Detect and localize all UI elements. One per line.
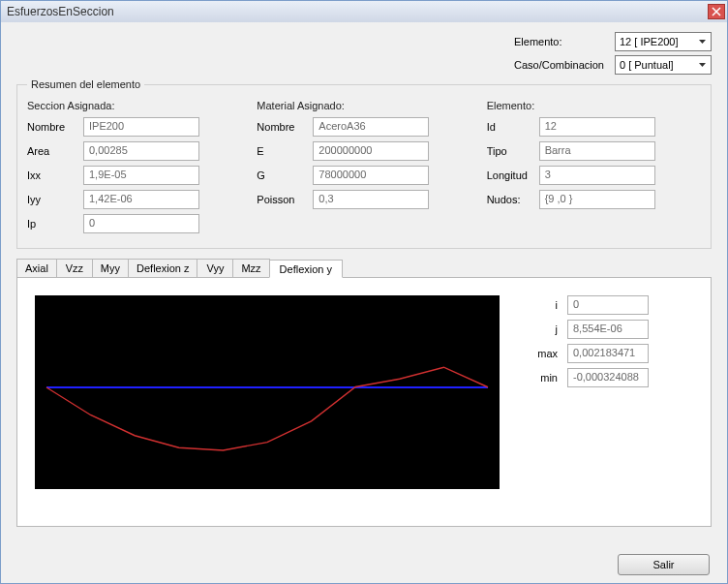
- caso-combo-value: 0 [ Puntual]: [620, 59, 696, 71]
- seccion-ip-label: Ip: [27, 218, 83, 230]
- tab-vzz[interactable]: Vzz: [56, 259, 93, 277]
- tab-axial[interactable]: Axial: [16, 259, 57, 277]
- result-max-label: max: [529, 348, 558, 359]
- tab-myy[interactable]: Myy: [92, 259, 129, 277]
- tab-deflexion-y[interactable]: Deflexion y: [269, 260, 343, 278]
- caso-combo[interactable]: 0 [ Puntual]: [615, 55, 712, 75]
- elemento-combo-value: 12 [ IPE200]: [620, 36, 696, 47]
- tab-panel: i0 j8,554E-06 max0,002183471 min-0,00032…: [16, 277, 712, 527]
- resumen-fieldset: Resumen del elemento Seccion Asignada: N…: [16, 78, 712, 249]
- results-side: i0 j8,554E-06 max0,002183471 min-0,00032…: [529, 295, 693, 508]
- elemento-label: Elemento:: [514, 36, 607, 47]
- seccion-ip-field[interactable]: 0: [83, 214, 199, 233]
- elemento-longitud-field[interactable]: 3: [539, 166, 655, 185]
- material-g-label: G: [257, 169, 313, 181]
- chevron-down-icon: [696, 57, 709, 73]
- caso-label: Caso/Combinacion: [514, 59, 607, 71]
- result-j-label: j: [529, 323, 558, 335]
- material-poisson-label: Poisson: [257, 194, 313, 205]
- elemento-col: Elemento: Id12 TipoBarra Longitud3 Nudos…: [487, 96, 701, 238]
- result-max-field[interactable]: 0,002183471: [567, 344, 649, 363]
- seccion-nombre-field[interactable]: IPE200: [83, 117, 199, 137]
- material-e-field[interactable]: 200000000: [313, 141, 429, 161]
- material-title: Material Asignado:: [257, 100, 470, 111]
- result-min-label: min: [529, 372, 558, 384]
- close-icon: [712, 7, 721, 16]
- tab-strip: Axial Vzz Myy Deflexion z Vyy Mzz Deflex…: [16, 259, 712, 277]
- content: Elemento: 12 [ IPE200] Caso/Combinacion …: [1, 22, 727, 546]
- elemento-combo[interactable]: 12 [ IPE200]: [615, 32, 712, 51]
- material-nombre-label: Nombre: [257, 121, 313, 133]
- close-button[interactable]: [708, 4, 725, 19]
- seccion-col: Seccion Asignada: NombreIPE200 Area0,002…: [27, 96, 241, 238]
- seccion-iyy-label: Iyy: [27, 194, 83, 205]
- window-title: EsfuerzosEnSeccion: [7, 5, 708, 18]
- seccion-iyy-field[interactable]: 1,42E-06: [83, 190, 199, 209]
- footer: Salir: [1, 546, 727, 583]
- salir-button[interactable]: Salir: [618, 554, 710, 575]
- material-col: Material Asignado: NombreAceroA36 E20000…: [257, 96, 470, 238]
- seccion-area-label: Area: [27, 145, 83, 157]
- seccion-title: Seccion Asignada:: [27, 100, 241, 111]
- elemento-id-field[interactable]: 12: [539, 117, 655, 137]
- result-i-field[interactable]: 0: [567, 295, 649, 315]
- seccion-ixx-field[interactable]: 1,9E-05: [83, 166, 199, 185]
- result-min-field[interactable]: -0,000324088: [567, 368, 649, 387]
- tab-vyy[interactable]: Vyy: [197, 259, 233, 277]
- elemento-tipo-label: Tipo: [487, 145, 539, 157]
- result-i-label: i: [529, 299, 558, 311]
- material-g-field[interactable]: 78000000: [313, 166, 429, 185]
- elemento-id-label: Id: [487, 121, 539, 133]
- elemento-tipo-field[interactable]: Barra: [539, 141, 655, 161]
- elemento-title: Elemento:: [487, 100, 701, 111]
- tab-deflexion-z[interactable]: Deflexion z: [128, 259, 197, 277]
- material-nombre-field[interactable]: AceroA36: [313, 117, 429, 137]
- tab-mzz[interactable]: Mzz: [232, 259, 269, 277]
- seccion-nombre-label: Nombre: [27, 121, 83, 133]
- plot-area: [35, 295, 500, 489]
- elemento-nudos-label: Nudos:: [487, 194, 539, 205]
- plot-svg: [35, 295, 500, 489]
- chevron-down-icon: [696, 34, 709, 49]
- material-poisson-field[interactable]: 0,3: [313, 190, 429, 209]
- elemento-longitud-label: Longitud: [487, 169, 539, 181]
- material-e-label: E: [257, 145, 313, 157]
- elemento-nudos-field[interactable]: {9 ,0 }: [539, 190, 655, 209]
- window: EsfuerzosEnSeccion Elemento: 12 [ IPE200…: [0, 0, 728, 584]
- resumen-legend: Resumen del elemento: [27, 78, 144, 90]
- titlebar: EsfuerzosEnSeccion: [1, 1, 727, 22]
- seccion-area-field[interactable]: 0,00285: [83, 141, 199, 161]
- result-j-field[interactable]: 8,554E-06: [567, 320, 649, 339]
- seccion-ixx-label: Ixx: [27, 169, 83, 181]
